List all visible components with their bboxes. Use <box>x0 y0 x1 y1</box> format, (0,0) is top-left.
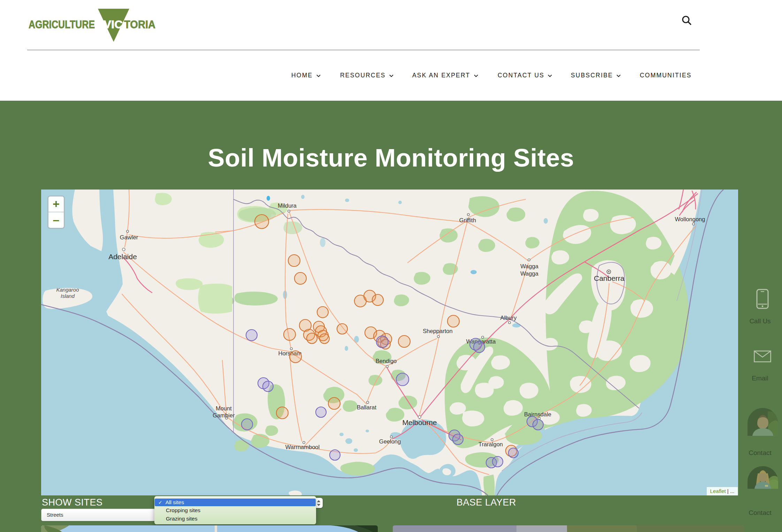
svg-text:Kangaroo: Kangaroo <box>56 287 79 293</box>
svg-text:Bendigo: Bendigo <box>376 358 397 364</box>
svg-text:VIC: VIC <box>104 18 123 31</box>
svg-text:Geelong: Geelong <box>379 438 401 445</box>
svg-text:Wollongong: Wollongong <box>675 216 705 222</box>
svg-text:Ballarat: Ballarat <box>357 404 376 410</box>
svg-text:Island: Island <box>61 293 75 299</box>
svg-text:Warrnambool: Warrnambool <box>285 444 320 450</box>
svg-text:Bairnsdale: Bairnsdale <box>524 411 551 417</box>
svg-text:Gambier: Gambier <box>213 412 235 418</box>
svg-text:AGRICULTURE: AGRICULTURE <box>29 18 95 31</box>
svg-text:TORIA: TORIA <box>124 18 155 31</box>
svg-text:Shepparton: Shepparton <box>423 328 452 334</box>
svg-text:Mildura: Mildura <box>278 202 297 209</box>
svg-text:Mount: Mount <box>216 405 232 411</box>
svg-text:Wagga: Wagga <box>520 270 538 277</box>
svg-text:Albury: Albury <box>500 315 517 321</box>
svg-text:Griffith: Griffith <box>459 217 476 223</box>
svg-text:Adelaide: Adelaide <box>108 253 137 261</box>
svg-text:Melbourne: Melbourne <box>402 418 437 426</box>
svg-text:Traralgon: Traralgon <box>478 441 503 447</box>
svg-text:Canberra: Canberra <box>594 274 624 282</box>
svg-text:Gawler: Gawler <box>120 234 138 240</box>
svg-text:Wagga: Wagga <box>520 263 538 269</box>
